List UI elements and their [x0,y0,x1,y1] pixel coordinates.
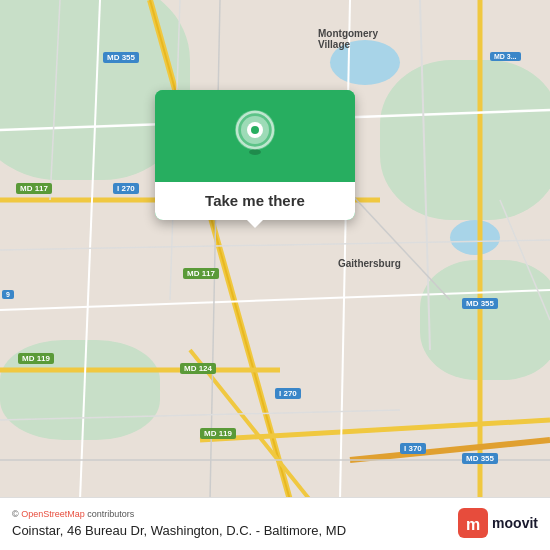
moovit-icon: m [458,508,488,538]
highway-label-md119-bot: MD 119 [200,428,236,439]
highway-label-md355-top: MD 355 [103,52,139,63]
svg-line-12 [0,240,550,250]
svg-line-9 [80,0,100,500]
moovit-logo: m moovit [458,508,538,538]
svg-text:m: m [466,516,480,533]
highway-label-md355-bot: MD 355 [462,453,498,464]
highway-label-i270: I 270 [113,183,139,194]
map-background: MontgomeryVillage Gaithersburg MD 355 I … [0,0,550,550]
highway-label-md355-right: MD 355 [462,298,498,309]
moovit-text: moovit [492,515,538,531]
highway-label-i270-bot: I 270 [275,388,301,399]
highway-label-md124: MD 124 [180,363,216,374]
attribution-address-section: © OpenStreetMap contributors Coinstar, 4… [12,509,448,538]
svg-line-11 [340,0,350,500]
popup-label-area[interactable]: Take me there [155,182,355,220]
highway-label-9: 9 [2,290,14,299]
svg-line-14 [420,0,430,350]
svg-point-24 [251,126,259,134]
bottom-bar-content: © OpenStreetMap contributors Coinstar, 4… [12,508,538,538]
popup-icon-area [155,90,355,182]
highway-label-md117-left: MD 117 [16,183,52,194]
take-me-there-label[interactable]: Take me there [205,192,305,209]
highway-label-md119-left: MD 119 [18,353,54,364]
highway-label-md355-topright: MD 3... [490,52,521,61]
highway-label-i370: I 370 [400,443,426,454]
place-label-montgomery: MontgomeryVillage [318,28,378,50]
address-text: Coinstar, 46 Bureau Dr, Washington, D.C.… [12,523,448,538]
osm-link[interactable]: OpenStreetMap [21,509,85,519]
highway-label-md117-mid: MD 117 [183,268,219,279]
location-pin-icon [231,108,279,164]
place-label-gaithersburg: Gaithersburg [338,258,401,269]
popup-card: Take me there [155,90,355,220]
map-container: MontgomeryVillage Gaithersburg MD 355 I … [0,0,550,550]
svg-point-25 [249,149,261,155]
svg-line-15 [0,410,400,420]
svg-line-20 [500,200,550,320]
osm-attribution: © OpenStreetMap contributors [12,509,448,519]
roads-svg [0,0,550,500]
svg-line-19 [50,0,60,200]
bottom-bar: © OpenStreetMap contributors Coinstar, 4… [0,497,550,550]
svg-line-7 [350,440,550,460]
